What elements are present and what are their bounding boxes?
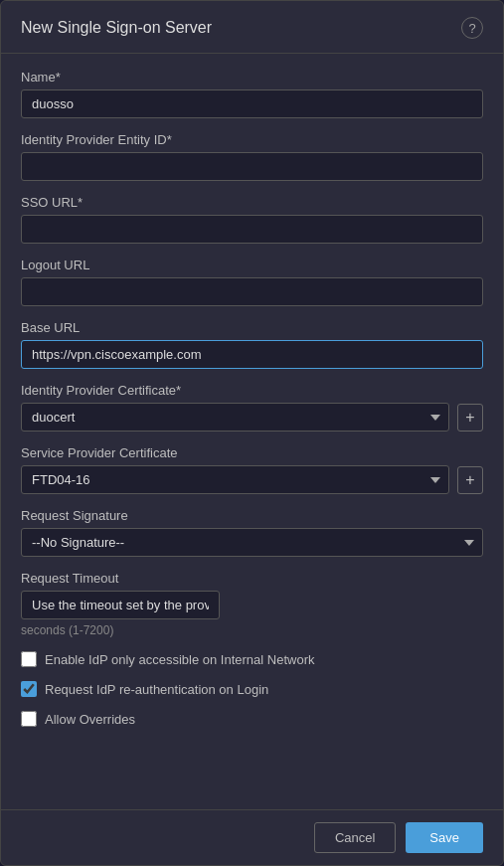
name-field-group: Name* xyxy=(21,70,483,118)
save-button[interactable]: Save xyxy=(406,822,483,853)
request-idp-checkbox-group: Request IdP re-authentication on Login xyxy=(21,681,483,697)
sso-url-field-group: SSO URL* xyxy=(21,195,483,244)
name-label: Name* xyxy=(21,70,483,85)
cancel-button[interactable]: Cancel xyxy=(314,822,396,853)
allow-overrides-checkbox[interactable] xyxy=(21,711,37,727)
logout-url-input[interactable] xyxy=(21,277,483,306)
idp-cert-field-group: Identity Provider Certificate* duocert + xyxy=(21,383,483,432)
base-url-input[interactable] xyxy=(21,340,483,369)
req-timeout-input[interactable] xyxy=(21,591,220,619)
dialog-footer: Cancel Save xyxy=(1,809,503,865)
sso-url-label: SSO URL* xyxy=(21,195,483,210)
req-sig-field-group: Request Signature --No Signature-- xyxy=(21,508,483,557)
allow-overrides-label[interactable]: Allow Overrides xyxy=(45,712,135,727)
base-url-field-group: Base URL xyxy=(21,320,483,369)
sp-cert-label: Service Provider Certificate xyxy=(21,445,483,460)
logout-url-field-group: Logout URL xyxy=(21,258,483,306)
sso-url-input[interactable] xyxy=(21,215,483,244)
sp-cert-select[interactable]: FTD04-16 xyxy=(21,465,449,494)
idp-cert-select[interactable]: duocert xyxy=(21,403,449,432)
request-idp-label[interactable]: Request IdP re-authentication on Login xyxy=(45,682,268,697)
idp-cert-select-wrapper: duocert + xyxy=(21,403,483,432)
enable-idp-checkbox-group: Enable IdP only accessible on Internal N… xyxy=(21,651,483,667)
sp-cert-add-button[interactable]: + xyxy=(457,466,483,494)
logout-url-label: Logout URL xyxy=(21,258,483,272)
dialog-title: New Single Sign-on Server xyxy=(21,19,212,37)
base-url-label: Base URL xyxy=(21,320,483,335)
allow-overrides-checkbox-group: Allow Overrides xyxy=(21,711,483,727)
idp-entity-id-field-group: Identity Provider Entity ID* xyxy=(21,132,483,181)
sp-cert-select-wrapper: FTD04-16 + xyxy=(21,465,483,494)
request-idp-checkbox[interactable] xyxy=(21,681,37,697)
sp-cert-field-group: Service Provider Certificate FTD04-16 + xyxy=(21,445,483,494)
req-sig-select[interactable]: --No Signature-- xyxy=(21,528,483,557)
req-timeout-label: Request Timeout xyxy=(21,571,483,586)
req-timeout-field-group: Request Timeout seconds (1-7200) xyxy=(21,571,483,637)
dialog-header: New Single Sign-on Server ? xyxy=(1,1,503,54)
enable-idp-checkbox[interactable] xyxy=(21,651,37,667)
idp-cert-label: Identity Provider Certificate* xyxy=(21,383,483,398)
help-icon[interactable]: ? xyxy=(461,17,483,39)
dialog-body: Name* Identity Provider Entity ID* SSO U… xyxy=(1,54,503,809)
req-sig-label: Request Signature xyxy=(21,508,483,523)
idp-cert-add-button[interactable]: + xyxy=(457,404,483,432)
new-sso-server-dialog: New Single Sign-on Server ? Name* Identi… xyxy=(0,0,504,866)
idp-entity-id-input[interactable] xyxy=(21,152,483,181)
enable-idp-label[interactable]: Enable IdP only accessible on Internal N… xyxy=(45,652,314,667)
idp-entity-id-label: Identity Provider Entity ID* xyxy=(21,132,483,147)
name-input[interactable] xyxy=(21,89,483,118)
req-timeout-hint: seconds (1-7200) xyxy=(21,623,483,637)
